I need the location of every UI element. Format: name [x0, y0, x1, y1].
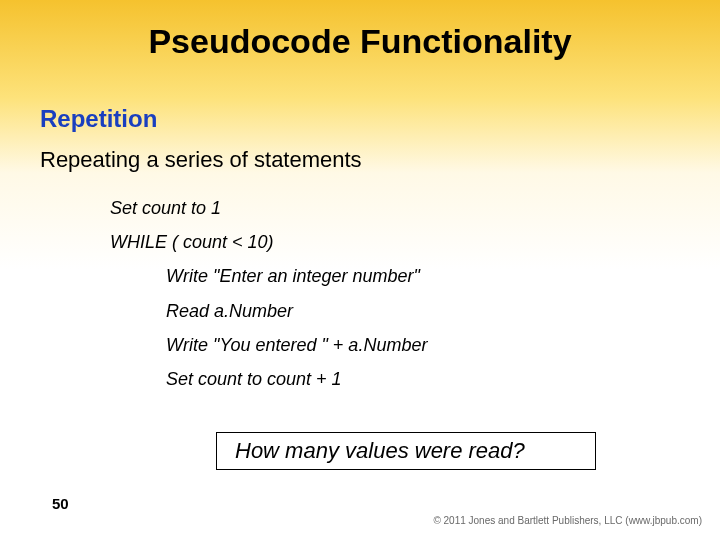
code-line: Write "You entered " + a.Number	[166, 328, 720, 362]
code-line: Set count to count + 1	[166, 362, 720, 396]
code-line: Read a.Number	[166, 294, 720, 328]
question-callout: How many values were read?	[216, 432, 596, 470]
slide-title: Pseudocode Functionality	[0, 0, 720, 61]
pseudocode-block: Set count to 1 WHILE ( count < 10) Write…	[110, 191, 720, 396]
body-text: Repeating a series of statements	[40, 147, 720, 173]
section-heading: Repetition	[40, 105, 720, 133]
copyright-footer: © 2011 Jones and Bartlett Publishers, LL…	[433, 515, 702, 526]
code-line: Write "Enter an integer number"	[166, 259, 720, 293]
slide-number: 50	[52, 495, 69, 512]
code-line: Set count to 1	[110, 191, 720, 225]
code-line: WHILE ( count < 10)	[110, 225, 720, 259]
